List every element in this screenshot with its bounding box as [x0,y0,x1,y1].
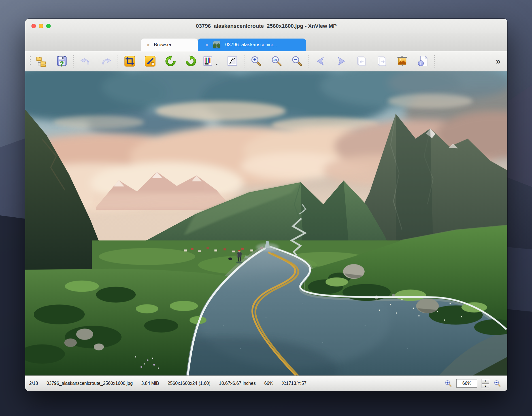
status-zoom-level: 66% [264,381,273,386]
zoom-out-button[interactable] [290,55,303,68]
magnifier-plus-icon [250,55,262,67]
status-page-position: 2/18 [29,381,38,386]
toolbar-separator [73,55,74,67]
toolbar-separator [244,55,244,67]
rotate-cw-icon [185,55,197,67]
curves-icon [226,55,238,67]
undo-button[interactable] [79,55,92,68]
main-toolbar: ? [25,51,507,71]
desktop-wallpaper: 03796_alaskanscenicroute_2560x1600.jpg -… [0,0,532,416]
svg-text:?: ? [60,60,64,67]
browser-button[interactable] [35,55,48,68]
status-print-size: 10.67x6.67 inches [219,381,256,386]
close-icon[interactable]: × [205,42,208,48]
toolbar-separator [434,55,435,67]
floppy-save-icon: ? [56,55,68,67]
last-image-button[interactable] [375,55,388,68]
tab-strip: × Browser × 03 [25,33,507,51]
crop-button[interactable] [123,55,136,68]
zoom-ratio-label: 1:1 [273,58,277,61]
status-dimensions: 2560x1600x24 (1.60) [168,381,210,386]
color-bars-icon [202,55,214,67]
curves-button[interactable] [226,55,239,68]
tab-browser-label: Browser [154,42,171,48]
magnifier-1-1-icon: 1:1 [271,55,282,67]
previous-image-button[interactable] [314,55,327,68]
redo-arrow-icon [100,55,112,67]
arrow-right-icon [335,55,347,67]
zoom-spinner: ∧ ∨ [482,379,489,388]
last-image-icon [376,55,388,67]
close-window-button[interactable] [31,24,36,28]
undo-arrow-icon [80,55,91,67]
toolbar-separator [308,55,309,67]
status-cursor-position: X:1713,Y:57 [282,381,307,386]
arrow-left-icon [315,55,327,67]
resize-icon [144,55,156,67]
toolbar-separator [118,55,118,67]
close-icon[interactable]: × [147,42,150,48]
image-canvas[interactable] [25,71,507,375]
traffic-lights [31,24,51,28]
rotate-ccw-icon [165,55,176,67]
zoom-actual-size-button[interactable]: 1:1 [270,55,283,68]
zoom-window-button[interactable] [46,24,51,28]
next-image-button[interactable] [335,55,348,68]
toolbar-overflow-button[interactable]: » [496,56,500,66]
info-document-icon [417,55,429,67]
zoom-in-button[interactable] [250,55,263,68]
save-button[interactable]: ? [55,55,68,68]
magnifier-minus-icon [291,55,303,67]
title-bar: 03796_alaskanscenicroute_2560x1600.jpg -… [25,19,507,33]
folders-tree-icon [35,55,47,67]
window-title: 03796_alaskanscenicroute_2560x1600.jpg -… [25,19,507,33]
first-image-icon [356,55,367,67]
spinner-up-button[interactable]: ∧ [482,379,489,384]
chevron-down-icon[interactable]: ⌄ [215,61,218,65]
minimize-window-button[interactable] [39,24,43,28]
magnifier-minus-icon [493,380,501,387]
tab-image-label: 03796_alaskanscenicr... [225,42,277,48]
info-button[interactable] [416,55,429,68]
status-filename: 03796_alaskanscenicroute_2560x1600.jpg [46,381,133,386]
status-file-size: 3.84 MiB [141,381,159,386]
rotate-right-button[interactable] [184,55,197,68]
statusbar-zoom-out-button[interactable] [493,380,501,387]
tab-thumbnail-image [213,41,220,48]
xnview-window: 03796_alaskanscenicroute_2560x1600.jpg -… [25,19,507,391]
tab-image-active[interactable]: × 03796_alaskanscenicr... [198,39,306,51]
zoom-percent-input[interactable]: 66% [456,379,477,388]
status-bar: 2/18 03796_alaskanscenicroute_2560x1600.… [25,375,507,391]
first-image-button[interactable] [355,55,368,68]
resize-button[interactable] [144,55,157,68]
image-viewer [25,71,507,375]
redo-button[interactable] [99,55,112,68]
magnifier-plus-icon [444,380,452,387]
adjust-colors-button[interactable]: ⌄ [201,55,214,68]
slideshow-button[interactable] [396,55,409,68]
crop-icon [124,55,136,67]
tab-browser[interactable]: × Browser [141,39,198,51]
toolbar-drag-handle[interactable] [29,56,31,66]
rotate-left-button[interactable] [164,55,177,68]
slideshow-screen-icon [396,55,408,67]
spinner-down-button[interactable]: ∨ [482,384,489,388]
statusbar-zoom-in-button[interactable] [444,380,452,387]
